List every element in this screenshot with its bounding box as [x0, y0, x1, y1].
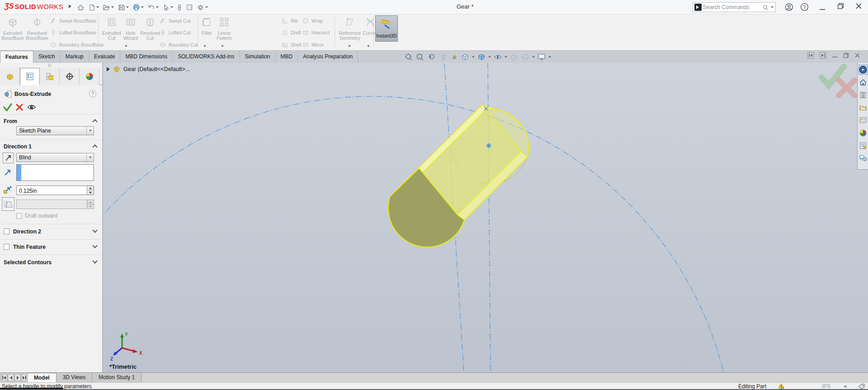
search-input[interactable]: [703, 4, 762, 10]
tab-simulation[interactable]: Simulation: [240, 51, 276, 63]
doc-restore-button[interactable]: [843, 52, 849, 58]
home-tab[interactable]: [859, 77, 868, 87]
tab-mbd-dimensions[interactable]: MBD Dimensions: [120, 51, 173, 63]
menu-flyout-icon[interactable]: [69, 5, 71, 8]
tab-solidworks-add-ins[interactable]: SOLIDWORKS Add-Ins: [173, 51, 240, 63]
depth-spinner[interactable]: [87, 186, 94, 195]
dynamic-annotation-button[interactable]: A: [449, 52, 459, 62]
swept-boss-base-button[interactable]: Swept Boss/Base: [50, 17, 96, 25]
file-explorer-tab[interactable]: [859, 103, 868, 113]
fillet-dropdown-icon[interactable]: [203, 45, 206, 47]
view-settings-dropdown-icon[interactable]: [548, 56, 551, 58]
graphics-viewport[interactable]: Gear (Default<<Default>... Y X Z: [103, 63, 868, 372]
property-manager-tab[interactable]: [20, 68, 40, 85]
tab-features[interactable]: Features: [0, 51, 33, 63]
spin-up-icon[interactable]: [87, 186, 94, 190]
reference-geometry-button[interactable]: ReferenceGeometry: [337, 16, 363, 41]
draft-button[interactable]: Draft: [281, 29, 301, 37]
zoom-to-fit-button[interactable]: [404, 52, 414, 62]
forum-tab[interactable]: [859, 153, 868, 163]
depth-input[interactable]: [17, 186, 87, 195]
units-selector[interactable]: IPS: [822, 383, 830, 390]
draft-on-off-button[interactable]: [2, 197, 14, 211]
cancel-button[interactable]: [15, 103, 24, 111]
fillet-button[interactable]: Fillet: [198, 16, 215, 36]
panel-splitter-handle[interactable]: [48, 64, 51, 67]
view-orientation-dropdown-icon[interactable]: [472, 56, 475, 58]
from-collapse-chevron-icon[interactable]: [92, 119, 97, 124]
tab-mbd[interactable]: MBD: [276, 51, 298, 63]
new-dropdown-icon[interactable]: [96, 6, 99, 8]
help-button[interactable]: ?: [89, 90, 96, 97]
hide-show-dropdown-icon[interactable]: [505, 56, 507, 58]
edit-appearance-button[interactable]: [509, 52, 519, 62]
custom-properties-tab[interactable]: [859, 141, 868, 151]
design-library-tab[interactable]: [859, 90, 868, 100]
view-settings-button[interactable]: [537, 52, 547, 62]
next-tab-button[interactable]: [14, 374, 21, 381]
reference-geometry-dropdown-icon[interactable]: [348, 45, 351, 47]
from-plane-dropdown[interactable]: Sketch Plane: [16, 126, 94, 135]
view-palette-tab[interactable]: [859, 115, 868, 125]
tab-motion-study-1[interactable]: Motion Study 1: [92, 373, 142, 383]
selection-filter-button[interactable]: [176, 3, 183, 12]
extruded-boss-base-button[interactable]: ExtrudedBoss/Base: [1, 16, 24, 41]
linear-pattern-button[interactable]: LinearPattern: [214, 16, 234, 41]
boundary-boss-base-button[interactable]: Boundary Boss/Base: [50, 41, 104, 49]
collapse-right-pane-button[interactable]: [820, 52, 826, 59]
display-style-dropdown-icon[interactable]: [488, 56, 491, 58]
save-dropdown-icon[interactable]: [126, 6, 129, 8]
options-dropdown-icon[interactable]: [205, 6, 208, 8]
spin-down-icon[interactable]: [87, 190, 94, 195]
window-restore-button[interactable]: [837, 3, 844, 10]
shell-button[interactable]: Shell: [281, 41, 301, 49]
hide-show-items-button[interactable]: [493, 52, 503, 62]
tab-evaluate[interactable]: Evaluate: [89, 51, 121, 63]
tree-expand-icon[interactable]: [107, 67, 110, 71]
open-dropdown-icon[interactable]: [111, 6, 114, 8]
print-button[interactable]: [132, 3, 145, 12]
tab-3d-views[interactable]: 3D Views: [57, 373, 92, 383]
revolved-cut-button[interactable]: RevolvedCut: [138, 16, 162, 41]
options-button[interactable]: [196, 3, 209, 12]
extrude-preview-model[interactable]: [388, 105, 528, 247]
linear-pattern-dropdown-icon[interactable]: [221, 45, 224, 47]
select-dropdown-icon[interactable]: [170, 6, 173, 8]
instant3d-button[interactable]: Instant3D: [375, 15, 398, 42]
user-account-icon[interactable]: [785, 3, 793, 11]
search-dropdown-icon[interactable]: [771, 6, 774, 8]
appearances-scenes-tab[interactable]: [859, 128, 868, 138]
revolved-boss-base-button[interactable]: RevolvedBoss/Base: [25, 16, 49, 41]
thin-feature-expand-chevron-icon[interactable]: [92, 243, 97, 248]
direction-selection-box[interactable]: [16, 164, 94, 181]
apply-scene-button[interactable]: [520, 52, 530, 62]
dimxpert-manager-tab[interactable]: [60, 68, 80, 85]
mirror-button[interactable]: Mirror: [302, 41, 324, 49]
display-manager-tab[interactable]: [80, 68, 99, 85]
last-tab-button[interactable]: [21, 374, 28, 381]
wrap-button[interactable]: Wrap: [302, 17, 323, 25]
feature-tree-flyout[interactable]: Gear (Default<<Default>...: [107, 66, 190, 73]
window-close-button[interactable]: [855, 3, 862, 10]
doc-minimize-button[interactable]: [832, 52, 838, 58]
reverse-direction-button[interactable]: [3, 152, 14, 163]
direction2-checkbox[interactable]: [4, 228, 9, 234]
thin-feature-checkbox[interactable]: [4, 244, 9, 250]
open-button[interactable]: [102, 3, 115, 12]
apply-scene-dropdown-icon[interactable]: [532, 56, 535, 58]
tab-analysis-preparation[interactable]: Analysis Preparation: [298, 51, 358, 63]
window-minimize-button[interactable]: [819, 5, 826, 11]
intersect-button[interactable]: Intersect: [302, 29, 330, 37]
search-commands-box[interactable]: [693, 2, 776, 12]
swept-cut-button[interactable]: Swept Cut: [159, 17, 190, 25]
rib-button[interactable]: Rib: [281, 17, 298, 25]
lofted-cut-button[interactable]: Lofted Cut: [159, 29, 190, 37]
search-icon[interactable]: [762, 4, 769, 11]
doc-close-button[interactable]: [854, 52, 860, 58]
feature-manager-tab[interactable]: [0, 68, 20, 85]
preview-eye-button[interactable]: [27, 103, 36, 111]
first-tab-button[interactable]: [1, 374, 7, 381]
depth-field[interactable]: [16, 185, 94, 195]
boundary-cut-button[interactable]: Boundary Cut: [159, 41, 198, 49]
previous-tab-button[interactable]: [8, 374, 14, 381]
